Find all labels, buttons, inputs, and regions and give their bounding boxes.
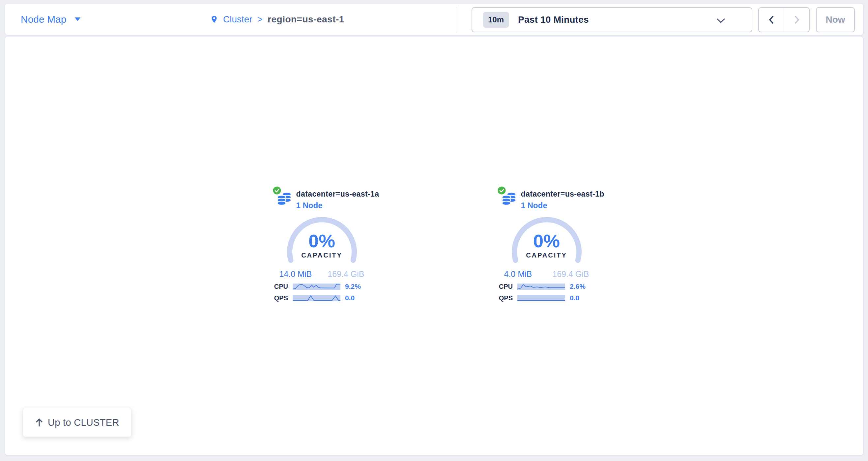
datacenter-card-us-east-1b[interactable]: datacenter=us-east-1b 1 Node 0% CAPACITY…: [496, 190, 597, 302]
now-button[interactable]: Now: [816, 7, 855, 32]
up-to-cluster-button[interactable]: Up to CLUSTER: [23, 408, 131, 437]
qps-sparkline: [292, 295, 340, 301]
breadcrumb-separator: >: [257, 14, 262, 25]
up-to-cluster-label: Up to CLUSTER: [48, 417, 119, 428]
healthy-check-icon: [273, 186, 281, 195]
chevron-left-icon: [768, 15, 775, 24]
cpu-label: CPU: [272, 283, 288, 290]
capacity-total: 169.4 GiB: [552, 269, 589, 279]
caret-down-icon: [75, 18, 81, 21]
capacity-used: 14.0 MiB: [279, 269, 312, 279]
capacity-percentage: 0%: [287, 230, 357, 252]
datacenter-card-header: datacenter=us-east-1a 1 Node: [277, 190, 372, 210]
previous-time-button[interactable]: [758, 7, 784, 32]
cpu-sparkline: [517, 284, 565, 290]
healthy-check-icon: [498, 186, 506, 195]
qps-value: 0.0: [570, 294, 596, 302]
chevron-right-icon: [794, 15, 800, 24]
cpu-stat-row: CPU 9.2%: [272, 283, 372, 290]
time-range-label: Past 10 Minutes: [518, 14, 589, 25]
arrow-up-icon: [35, 418, 43, 427]
cpu-sparkline: [292, 284, 340, 290]
qps-stat-row: QPS 0.0: [272, 294, 372, 302]
qps-label: QPS: [272, 294, 288, 302]
capacity-percentage: 0%: [512, 230, 582, 252]
next-time-button[interactable]: [784, 7, 810, 32]
datacenter-title: datacenter=us-east-1b: [521, 190, 604, 199]
qps-value: 0.0: [345, 294, 371, 302]
capacity-range: 4.0 MiB 169.4 GiB: [504, 269, 589, 279]
datacenter-icon-wrap: [501, 191, 517, 206]
capacity-gauge: 0% CAPACITY: [512, 217, 582, 265]
datacenter-card-titles: datacenter=us-east-1b 1 Node: [521, 190, 604, 210]
map-pin-icon: [210, 14, 218, 24]
locality-cards-row: datacenter=us-east-1a 1 Node 0% CAPACITY…: [5, 37, 863, 455]
datacenter-card-us-east-1a[interactable]: datacenter=us-east-1a 1 Node 0% CAPACITY…: [272, 190, 372, 302]
breadcrumb-cluster-link[interactable]: Cluster: [223, 14, 252, 25]
view-selector-label: Node Map: [21, 14, 66, 25]
chevron-down-icon: [716, 18, 725, 23]
datacenter-card-titles: datacenter=us-east-1a 1 Node: [296, 190, 379, 210]
node-count: 1 Node: [296, 201, 379, 210]
time-range-select[interactable]: 10m Past 10 Minutes: [471, 7, 752, 32]
qps-stat-row: QPS 0.0: [496, 294, 597, 302]
breadcrumb: Cluster > region=us-east-1: [210, 4, 344, 35]
capacity-total: 169.4 GiB: [328, 269, 364, 279]
capacity-label: CAPACITY: [512, 252, 582, 259]
datacenter-card-header: datacenter=us-east-1b 1 Node: [501, 190, 597, 210]
capacity-label: CAPACITY: [287, 252, 357, 259]
cpu-value: 2.6%: [570, 283, 596, 290]
header-divider: [457, 7, 457, 33]
capacity-gauge: 0% CAPACITY: [287, 217, 357, 265]
cpu-label: CPU: [497, 283, 513, 290]
qps-sparkline: [517, 295, 565, 301]
breadcrumb-current-locality: region=us-east-1: [268, 14, 344, 25]
cpu-value: 9.2%: [345, 283, 371, 290]
capacity-used: 4.0 MiB: [504, 269, 532, 279]
datacenter-title: datacenter=us-east-1a: [296, 190, 379, 199]
time-range-badge: 10m: [483, 12, 509, 28]
header-bar: Node Map Cluster > region=us-east-1 10m …: [5, 3, 863, 35]
node-map-canvas: datacenter=us-east-1a 1 Node 0% CAPACITY…: [5, 36, 863, 455]
datacenter-icon-wrap: [277, 191, 292, 206]
cpu-stat-row: CPU 2.6%: [496, 283, 597, 290]
qps-label: QPS: [497, 294, 513, 302]
node-count: 1 Node: [521, 201, 604, 210]
capacity-range: 14.0 MiB 169.4 GiB: [279, 269, 365, 279]
time-pager: [758, 7, 810, 32]
view-selector-dropdown[interactable]: Node Map: [21, 4, 81, 35]
